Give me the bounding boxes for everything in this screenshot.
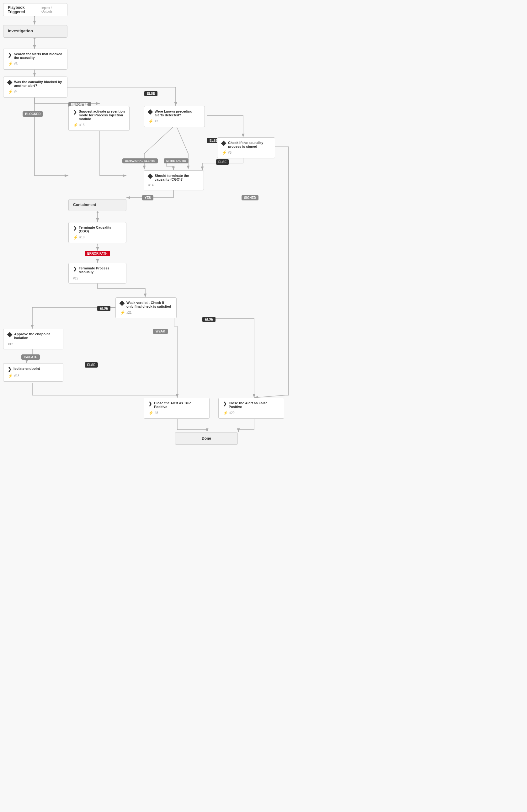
lightning-icon-true: ⚡ xyxy=(148,410,153,415)
weak-verdict-title: Weak verdict - Check if only final check… xyxy=(126,301,172,308)
diamond-icon-5 xyxy=(119,301,125,306)
svg-point-11 xyxy=(97,212,99,213)
yes-badge: YES xyxy=(142,195,153,200)
weak-verdict-node: Weak verdict - Check if only final check… xyxy=(115,297,176,318)
terminate-title: Should terminate the causality (CGO)? xyxy=(155,174,199,181)
run-icon-5: ❯ xyxy=(8,367,12,372)
run-icon-4: ❯ xyxy=(73,266,77,271)
trigger-secondary: Inputs / Outputs xyxy=(41,6,63,13)
diamond-icon-1 xyxy=(7,80,13,85)
close-false-number: #20 xyxy=(229,411,234,415)
trigger-node: Playbook Triggered Inputs / Outputs xyxy=(3,3,68,16)
error-path-badge: ERROR PATH xyxy=(85,251,110,256)
check-causality-signed-node: Check if the causality process is signed… xyxy=(217,137,275,158)
terminate-manually-title: Terminate Process Manually xyxy=(79,266,122,274)
terminate-causality-title: Terminate Causality (CGO) xyxy=(79,226,122,233)
trigger-title: Playbook Triggered xyxy=(8,5,41,14)
known-preceding-node: Were known preceding alerts detected? ⚡ … xyxy=(144,106,205,127)
close-true-number: #8 xyxy=(155,411,158,415)
else-badge-6: ELSE xyxy=(85,362,98,367)
lightning-icon-search: ⚡ xyxy=(8,61,13,66)
run-icon-6: ❯ xyxy=(148,401,152,406)
terminate-manually-node: ❯ Terminate Process Manually #19 xyxy=(68,263,126,284)
run-icon-3: ❯ xyxy=(73,226,77,231)
run-icon: ❯ xyxy=(8,52,12,58)
terminate-number: #14 xyxy=(148,184,154,187)
search-alerts-node: ❯ Search for alerts that blocked the cau… xyxy=(3,48,68,70)
mitre-badge: MITRE TACTIC xyxy=(164,158,188,163)
investigation-node: Investigation xyxy=(3,25,68,38)
terminate-manually-number: #19 xyxy=(73,277,79,280)
else-badge-4: ELSE xyxy=(97,306,111,311)
diamond-icon-2 xyxy=(148,110,153,115)
lightning-icon-terminate: ⚡ xyxy=(73,235,78,240)
isolate-number: #13 xyxy=(14,374,19,378)
done-title: Done xyxy=(202,436,211,441)
isolate-endpoint-node: ❯ Isolate endpoint ⚡ #13 xyxy=(3,363,63,382)
flowchart-canvas: Playbook Triggered Inputs / Outputs Inve… xyxy=(0,0,527,812)
containment-node: Containment xyxy=(68,199,126,211)
close-true-positive-node: ❯ Close the Alert as True Positive ⚡ #8 xyxy=(144,398,210,419)
isolate-endpoint-title: Isolate endpoint xyxy=(14,367,40,371)
diamond-icon-3 xyxy=(221,141,227,146)
terminate-causality-number: #18 xyxy=(80,235,85,239)
lightning-icon-weak: ⚡ xyxy=(120,310,125,315)
suggest-number: #15 xyxy=(80,123,85,127)
else-badge-5: ELSE xyxy=(202,317,215,322)
approve-number: #12 xyxy=(8,343,13,346)
containment-title: Containment xyxy=(73,203,96,207)
was-causality-title: Was the causality blocked by another ale… xyxy=(14,80,63,87)
diamond-icon-6 xyxy=(7,332,13,337)
else-badge-1: ELSE xyxy=(144,91,157,96)
approve-isolation-node: Approve the endpoint isolation #12 xyxy=(3,329,63,349)
close-false-positive-node: ❯ Close the Alert as False Positive ⚡ #2… xyxy=(218,398,284,419)
suggest-prevention-node: ❯ Suggest activate prevention mode for P… xyxy=(68,106,130,131)
causality-number: #4 xyxy=(14,90,17,93)
suggest-prevention-title: Suggest activate prevention mode for Pro… xyxy=(79,110,125,121)
close-true-title: Close the Alert as True Positive xyxy=(154,401,205,409)
approve-isolation-title: Approve the endpoint isolation xyxy=(14,332,59,340)
check-signed-title: Check if the causality process is signed xyxy=(228,141,270,148)
behavioral-badge: BEHAVIORAL ALERTS xyxy=(122,158,158,163)
was-causality-blocked-node: Was the causality blocked by another ale… xyxy=(3,76,68,98)
search-alerts-title: Search for alerts that blocked the causa… xyxy=(14,52,63,60)
search-alerts-number: #3 xyxy=(14,62,17,66)
done-node: Done xyxy=(175,432,238,445)
lightning-icon-suggest: ⚡ xyxy=(73,122,78,127)
diamond-icon-4 xyxy=(148,174,153,179)
signed-number: #5 xyxy=(228,151,231,154)
close-false-title: Close the Alert as False Positive xyxy=(229,401,280,409)
weak-badge: WEAK xyxy=(153,329,168,334)
run-icon-2: ❯ xyxy=(73,110,77,115)
signed-badge: SIGNED xyxy=(242,195,258,200)
else-badge-3: ELSE xyxy=(216,159,229,165)
lightning-icon-isolate: ⚡ xyxy=(8,374,13,378)
weak-verdict-number: #21 xyxy=(126,311,132,314)
investigation-title: Investigation xyxy=(8,29,33,33)
lightning-icon-preceding: ⚡ xyxy=(148,119,153,124)
run-icon-7: ❯ xyxy=(223,401,227,406)
preceding-number: #7 xyxy=(155,119,158,123)
lightning-icon-signed: ⚡ xyxy=(222,150,227,155)
terminate-causality-node: ❯ Terminate Causality (CGO) ⚡ #18 xyxy=(68,222,126,243)
lightning-icon-causality: ⚡ xyxy=(8,89,13,94)
blocked-badge: BLOCKED xyxy=(23,111,43,117)
lightning-icon-false: ⚡ xyxy=(223,410,228,415)
known-preceding-title: Were known preceding alerts detected? xyxy=(155,110,200,117)
should-terminate-node: Should terminate the causality (CGO)? #1… xyxy=(144,170,204,190)
isolate-badge: ISOLATE xyxy=(21,354,40,360)
